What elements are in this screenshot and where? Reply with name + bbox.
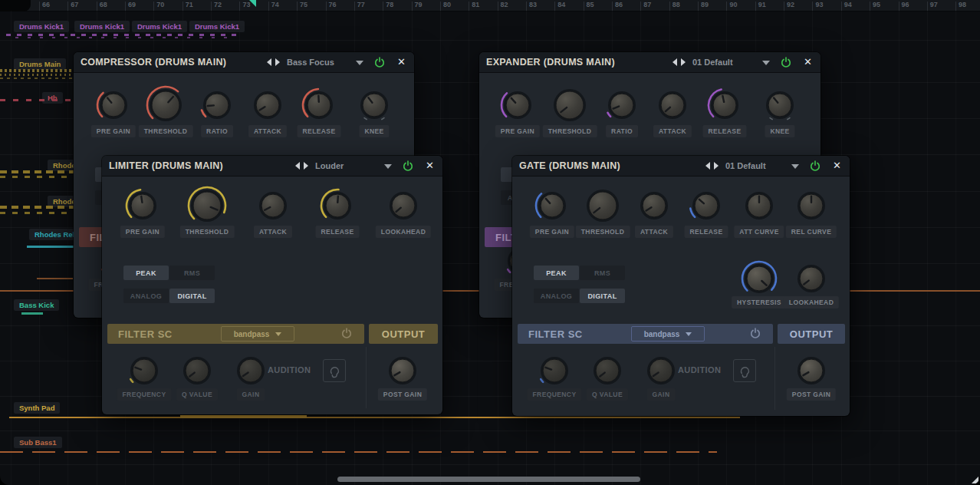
knob-label-attack: ATTACK bbox=[254, 226, 292, 238]
knob-attack[interactable] bbox=[254, 186, 292, 225]
knob-hysteresis[interactable] bbox=[739, 259, 779, 299]
clip-label-synth-pad[interactable]: Synth Pad bbox=[14, 402, 60, 414]
power-button[interactable] bbox=[373, 55, 386, 69]
bar-number: 66 bbox=[42, 1, 50, 8]
plugin-header-compressor[interactable]: COMPRESSOR (DRUMS MAIN)Bass Focus✕ bbox=[74, 52, 414, 73]
preset-prev-icon[interactable] bbox=[705, 162, 710, 170]
close-button[interactable]: ✕ bbox=[426, 160, 434, 171]
bandpass-dropdown[interactable]: bandpass bbox=[631, 326, 705, 341]
bar-tick bbox=[469, 2, 469, 11]
knob-frequency[interactable] bbox=[125, 351, 163, 390]
knob-release[interactable] bbox=[300, 86, 338, 124]
knob-release[interactable] bbox=[318, 186, 357, 225]
knob-pre-gain[interactable] bbox=[94, 86, 133, 124]
knob-gain[interactable] bbox=[642, 351, 680, 390]
mode-button-analog[interactable]: ANALOG bbox=[123, 289, 169, 303]
clip-label-drums-kick1[interactable]: Drums Kick1 bbox=[132, 21, 187, 32]
loop-marker-icon[interactable] bbox=[249, 0, 256, 7]
knob-ratio[interactable] bbox=[198, 86, 236, 124]
preset-caret-icon[interactable] bbox=[356, 61, 363, 65]
clip-label-drums-kick1[interactable]: Drums Kick1 bbox=[74, 21, 130, 32]
power-button[interactable] bbox=[808, 159, 822, 173]
preset-prev-icon[interactable] bbox=[673, 58, 677, 66]
preset-next-icon[interactable] bbox=[275, 58, 280, 66]
knob-pre-gain[interactable] bbox=[123, 186, 162, 225]
knob-release[interactable] bbox=[705, 86, 744, 124]
preset-prev-icon[interactable] bbox=[295, 162, 300, 170]
knob-rel-curve[interactable] bbox=[792, 186, 830, 225]
knob-ratio[interactable] bbox=[603, 86, 641, 124]
knob-label-frequency: FREQUENCY bbox=[117, 388, 172, 401]
filter-power-button[interactable] bbox=[748, 326, 762, 340]
mode-button-analog[interactable]: ANALOG bbox=[534, 289, 579, 303]
bar-number: 83 bbox=[529, 1, 537, 8]
knob-threshold[interactable] bbox=[144, 84, 187, 127]
preset-name[interactable]: 01 Default bbox=[725, 161, 766, 170]
knob-lookahead[interactable] bbox=[384, 186, 423, 225]
plugin-header-gate[interactable]: GATE (DRUMS MAIN)01 Default✕ bbox=[512, 156, 850, 177]
preset-caret-icon[interactable] bbox=[791, 164, 799, 169]
bandpass-value: bandpass bbox=[644, 330, 680, 338]
power-button[interactable] bbox=[401, 159, 415, 173]
mode-button-digital[interactable]: DIGITAL bbox=[580, 289, 625, 303]
preset-name[interactable]: Louder bbox=[315, 161, 344, 170]
note-strip bbox=[15, 37, 230, 38]
knob-post-gain[interactable] bbox=[792, 351, 830, 390]
knob-threshold[interactable] bbox=[548, 84, 591, 127]
clip-label-hh[interactable]: Hh bbox=[42, 92, 63, 104]
knob-label-q-value: Q VALUE bbox=[176, 388, 218, 401]
knob-attack[interactable] bbox=[653, 86, 692, 124]
mode-button-digital[interactable]: DIGITAL bbox=[169, 289, 215, 303]
bandpass-dropdown[interactable]: bandpass bbox=[221, 326, 294, 341]
knob-release[interactable] bbox=[687, 186, 725, 225]
plugin-header-limiter[interactable]: LIMITER (DRUMS MAIN)Louder✕ bbox=[102, 156, 442, 177]
knob-knee[interactable] bbox=[355, 86, 393, 124]
knob-knee[interactable] bbox=[761, 86, 799, 124]
knob-threshold[interactable] bbox=[186, 184, 229, 227]
power-button[interactable] bbox=[779, 55, 793, 69]
preset-name[interactable]: Bass Focus bbox=[287, 58, 334, 67]
mode-button-rms[interactable]: RMS bbox=[169, 266, 215, 280]
knob-gain[interactable] bbox=[232, 351, 270, 390]
clip-label-drums-kick1[interactable]: Drums Kick1 bbox=[14, 21, 69, 32]
audition-button[interactable] bbox=[733, 359, 756, 382]
knob-q-value[interactable] bbox=[588, 351, 626, 390]
close-button[interactable]: ✕ bbox=[397, 56, 406, 68]
clip-label-drums-kick1[interactable]: Drums Kick1 bbox=[189, 21, 245, 32]
close-button[interactable]: ✕ bbox=[833, 160, 841, 171]
output-bar: OUTPUT bbox=[369, 324, 438, 344]
horizontal-scrollbar[interactable] bbox=[337, 477, 640, 482]
bar-tick bbox=[755, 2, 756, 11]
knob-attack[interactable] bbox=[248, 86, 287, 124]
preset-next-icon[interactable] bbox=[714, 162, 719, 170]
knob-pre-gain[interactable] bbox=[533, 186, 571, 225]
knob-att-curve[interactable] bbox=[740, 186, 778, 225]
mode-button-rms[interactable]: RMS bbox=[580, 266, 625, 280]
preset-prev-icon[interactable] bbox=[267, 58, 271, 66]
preset-next-icon[interactable] bbox=[304, 162, 308, 170]
knob-pre-gain[interactable] bbox=[498, 86, 537, 124]
mode-button-peak[interactable]: PEAK bbox=[123, 266, 169, 280]
knob-frequency[interactable] bbox=[535, 351, 574, 390]
filter-power-button[interactable] bbox=[340, 326, 354, 340]
knob-q-value[interactable] bbox=[178, 351, 216, 390]
preset-caret-icon[interactable] bbox=[762, 61, 770, 65]
knob-attack[interactable] bbox=[635, 186, 673, 225]
clip-label-bass-kick[interactable]: Bass Kick bbox=[14, 299, 59, 311]
preset-caret-icon[interactable] bbox=[384, 164, 392, 169]
window-resize-grip[interactable] bbox=[972, 477, 978, 483]
clip-label-drums-main[interactable]: Drums Main bbox=[14, 58, 66, 70]
plugin-header-expander[interactable]: EXPANDER (DRUMS MAIN)01 Default✕ bbox=[479, 52, 821, 73]
audition-button[interactable] bbox=[323, 359, 346, 382]
knob-label-threshold: THRESHOLD bbox=[576, 226, 630, 238]
knob-post-gain[interactable] bbox=[383, 351, 422, 390]
knob-threshold[interactable] bbox=[581, 184, 624, 227]
knob-lookahead[interactable] bbox=[792, 259, 830, 298]
preset-next-icon[interactable] bbox=[681, 58, 686, 66]
clip-label-sub-bass1[interactable]: Sub Bass1 bbox=[14, 437, 62, 448]
bar-tick bbox=[870, 2, 870, 11]
timeline-ruler[interactable]: 6566676869707172737475767778798081828384… bbox=[0, 0, 980, 12]
mode-button-peak[interactable]: PEAK bbox=[534, 266, 579, 280]
close-button[interactable]: ✕ bbox=[804, 56, 812, 68]
preset-name[interactable]: 01 Default bbox=[692, 58, 733, 67]
